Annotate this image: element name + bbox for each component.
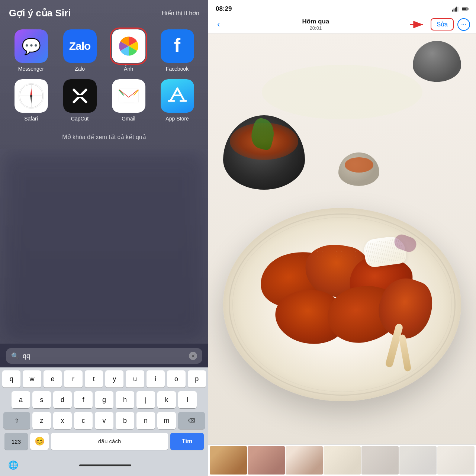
key-o[interactable]: o [167,370,185,387]
svg-rect-20 [456,7,457,12]
search-bar[interactable]: 🔍 qq ✕ [6,348,202,364]
header-date: Hôm qua [302,18,329,25]
safari-icon [15,79,48,113]
svg-rect-17 [452,10,453,12]
key-search[interactable]: Tìm [170,433,204,450]
key-z[interactable]: z [32,412,51,429]
key-y[interactable]: y [105,370,123,387]
messenger-label: Messenger [18,66,44,72]
food-photo: · · · · · · · · · · · · · · · · · · · · … [208,33,476,444]
key-w[interactable]: w [23,370,41,387]
key-a[interactable]: a [12,391,30,408]
app-item-safari[interactable]: Safari [10,79,52,122]
thumbnail-7[interactable] [437,446,475,475]
key-delete[interactable]: ⌫ [178,412,205,429]
key-m[interactable]: m [157,412,176,429]
key-v[interactable]: v [95,412,113,429]
key-h[interactable]: h [116,391,134,408]
capcut-icon-wrap [63,79,97,113]
status-icons [452,6,469,12]
thumbnail-2[interactable] [248,446,285,475]
appstore-icon-wrap [161,79,194,113]
key-r[interactable]: r [64,370,82,387]
photo-header: ‹ Hôm qua 20:01 Sửa ··· [208,16,476,33]
key-u[interactable]: u [126,370,144,387]
facebook-icon: f [161,29,194,63]
right-panel: 08:29 ‹ Hôm qua 20:01 [208,0,476,476]
svg-rect-19 [455,7,456,12]
key-b[interactable]: b [116,412,134,429]
key-k[interactable]: k [157,391,176,408]
key-space[interactable]: dấu cách [51,433,168,450]
header-actions: Sửa ··· [408,18,470,31]
show-less-button[interactable]: Hiển thị ít hơn [162,10,199,17]
thumbnail-1[interactable] [210,446,247,475]
zalo-icon: Zalo [63,29,97,63]
edit-button[interactable]: Sửa [431,18,454,30]
app-item-appstore[interactable]: App Store [157,79,198,122]
photos-icon [112,29,145,63]
keyboard-row-3: ⇧ z x c v b n m ⌫ [2,412,206,429]
key-d[interactable]: d [53,391,72,408]
svg-rect-23 [468,8,469,10]
safari-icon-wrap [15,79,48,113]
search-bar-wrap: 🔍 qq ✕ [0,344,208,367]
app-item-photos[interactable]: Ảnh [108,29,149,72]
key-l[interactable]: l [178,391,197,408]
key-f[interactable]: f [74,391,93,408]
appstore-icon [161,79,194,113]
app-item-capcut[interactable]: CapCut [59,79,100,122]
facebook-label: Facebook [166,66,189,72]
key-i[interactable]: i [147,370,165,387]
thumbnail-5[interactable] [361,446,399,475]
messenger-icon [15,29,48,63]
svg-line-13 [177,89,184,100]
thumbnail-strip [208,444,476,476]
messenger-icon-wrap [15,29,48,63]
app-item-messenger[interactable]: Messenger [10,29,52,72]
facebook-icon-wrap: f [161,29,194,63]
siri-title: Gợi ý của Siri [9,7,71,19]
header-title: Hôm qua 20:01 [302,18,329,31]
more-options-button[interactable]: ··· [457,18,470,31]
svg-rect-18 [454,9,455,12]
photos-icon-wrap [112,29,145,63]
app-item-gmail[interactable]: Gmail [108,79,149,122]
search-icon: 🔍 [11,352,19,360]
back-button[interactable]: ‹ [214,18,223,31]
keyboard: q w e r t y u i o p a s d f g h j k l ⇧ … [0,367,208,476]
key-g[interactable]: g [95,391,113,408]
key-s[interactable]: s [32,391,51,408]
key-num[interactable]: 123 [4,433,28,450]
key-emoji[interactable]: 😊 [30,433,49,450]
keyboard-row-bottom: 123 😊 dấu cách Tìm [2,433,206,457]
more-icon: ··· [461,21,466,28]
gmail-label: Gmail [122,116,135,122]
key-c[interactable]: c [74,412,93,429]
capcut-icon [63,79,97,113]
globe-icon[interactable]: 🌐 [8,460,18,470]
app-item-facebook[interactable]: f Facebook [157,29,198,72]
clear-search-button[interactable]: ✕ [189,352,197,360]
svg-rect-24 [462,8,467,10]
thumbnail-6[interactable] [399,446,437,475]
gmail-icon-wrap [112,79,145,113]
status-time: 08:29 [216,5,232,13]
key-x[interactable]: x [53,412,72,429]
key-shift[interactable]: ⇧ [3,412,30,429]
thumbnail-4[interactable] [324,446,361,475]
app-item-zalo[interactable]: Zalo Zalo [59,29,100,72]
key-p[interactable]: p [188,370,206,387]
keyboard-row-2: a s d f g h j k l [2,391,206,408]
key-e[interactable]: e [44,370,62,387]
key-q[interactable]: q [2,370,20,387]
photos-label: Ảnh [124,66,134,72]
blur-overlay [0,149,208,344]
key-n[interactable]: n [136,412,155,429]
thumbnail-3[interactable] [286,446,323,475]
key-j[interactable]: j [136,391,155,408]
search-input[interactable]: qq [23,352,185,360]
gmail-icon [112,79,145,113]
photo-main: · · · · · · · · · · · · · · · · · · · · … [208,33,476,444]
key-t[interactable]: t [85,370,103,387]
